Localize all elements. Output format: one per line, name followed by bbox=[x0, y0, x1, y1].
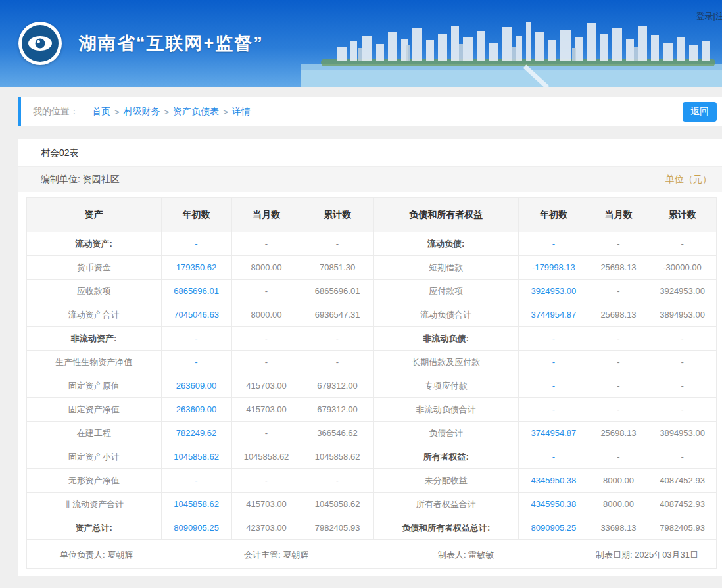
asset-month-cell: 8000.00 bbox=[231, 303, 301, 327]
register-link[interactable]: 注册 bbox=[715, 11, 722, 21]
liability-initial-cell[interactable]: 3924953.00 bbox=[518, 280, 589, 303]
liability-initial-cell[interactable]: - bbox=[518, 327, 589, 351]
liability-cumulative-cell: - bbox=[648, 351, 717, 374]
back-button[interactable]: 返回 bbox=[683, 102, 717, 122]
col-header-month: 当月数 bbox=[231, 198, 301, 232]
asset-cumulative-cell: 70851.30 bbox=[301, 256, 373, 280]
liability-initial-cell[interactable]: 4345950.38 bbox=[518, 493, 589, 516]
asset-name-cell: 流动资产合计 bbox=[27, 303, 162, 327]
breadcrumb: 我的位置： 首页 > 村级财务 > 资产负债表 > 详情 返回 bbox=[18, 97, 722, 126]
liability-month-cell: - bbox=[589, 374, 648, 398]
liability-initial-cell[interactable]: 4345950.38 bbox=[518, 469, 589, 493]
breadcrumb-home[interactable]: 首页 bbox=[92, 106, 110, 118]
asset-initial-cell[interactable]: 1045858.62 bbox=[161, 445, 231, 469]
liability-name-cell: 负债合计 bbox=[373, 422, 518, 445]
table-row: 流动资产:---流动负债:--- bbox=[27, 232, 717, 256]
asset-cumulative-cell: 679312.00 bbox=[301, 374, 373, 398]
auth-links: 登录|注册 bbox=[696, 11, 722, 22]
asset-initial-cell[interactable]: 782249.62 bbox=[161, 422, 231, 445]
asset-initial-cell[interactable]: 1045858.62 bbox=[161, 493, 231, 516]
asset-initial-cell[interactable]: 6865696.01 bbox=[161, 280, 231, 303]
asset-name-cell: 流动资产: bbox=[27, 232, 162, 256]
liability-month-cell: 8000.00 bbox=[589, 469, 648, 493]
table-row: 固定资产小计1045858.621045858.621045858.62所有者权… bbox=[27, 445, 717, 469]
asset-name-cell: 固定资产原值 bbox=[27, 374, 162, 398]
col-header-assets: 资产 bbox=[27, 198, 162, 232]
liability-name-cell: 短期借款 bbox=[373, 256, 518, 280]
login-link[interactable]: 登录 bbox=[696, 11, 713, 21]
asset-initial-cell[interactable]: - bbox=[161, 327, 231, 351]
city-skyline-image bbox=[301, 14, 722, 87]
asset-cumulative-cell: 1045858.62 bbox=[301, 493, 373, 516]
liability-cumulative-cell: - bbox=[648, 232, 717, 256]
prepared-by: 编制单位: 资园社区 bbox=[41, 174, 120, 185]
table-row: 货币资金179350.628000.0070851.30短期借款-179998.… bbox=[27, 256, 717, 280]
asset-cumulative-cell: - bbox=[301, 232, 373, 256]
liability-initial-cell[interactable]: - bbox=[518, 398, 589, 422]
liability-initial-cell[interactable]: 3744954.87 bbox=[518, 303, 589, 327]
liability-month-cell: - bbox=[589, 280, 648, 303]
asset-cumulative-cell: - bbox=[301, 469, 373, 493]
liability-month-cell: - bbox=[589, 351, 648, 374]
breadcrumb-detail[interactable]: 详情 bbox=[232, 106, 251, 118]
asset-name-cell: 固定资产小计 bbox=[27, 445, 162, 469]
liability-name-cell: 专项应付款 bbox=[373, 374, 518, 398]
asset-month-cell: 8000.00 bbox=[231, 256, 301, 280]
accounting-supervisor: 会计主管: 夏朝辉 bbox=[244, 549, 308, 561]
asset-initial-cell[interactable]: - bbox=[161, 232, 231, 256]
breadcrumb-village-finance[interactable]: 村级财务 bbox=[124, 106, 160, 118]
asset-initial-cell[interactable]: 8090905.25 bbox=[161, 516, 231, 540]
liability-name-cell: 所有者权益: bbox=[373, 445, 518, 469]
liability-cumulative-cell: 3894953.00 bbox=[648, 422, 717, 445]
asset-month-cell: - bbox=[231, 351, 301, 374]
liability-initial-cell[interactable]: - bbox=[518, 351, 589, 374]
table-row: 流动资产合计7045046.638000.006936547.31流动负债合计3… bbox=[27, 303, 717, 327]
liability-month-cell: - bbox=[589, 327, 648, 351]
table-row: 在建工程782249.62-366546.62负债合计3744954.87256… bbox=[27, 422, 717, 445]
balance-table-body: 流动资产:---流动负债:---货币资金179350.628000.007085… bbox=[27, 232, 717, 540]
liability-initial-cell[interactable]: -179998.13 bbox=[518, 256, 589, 280]
liability-initial-cell[interactable]: - bbox=[518, 445, 589, 469]
table-row: 固定资产原值263609.00415703.00679312.00专项应付款--… bbox=[27, 374, 717, 398]
liability-cumulative-cell: -30000.00 bbox=[648, 256, 717, 280]
breadcrumb-separator: > bbox=[114, 107, 120, 117]
col-header-liabilities: 负债和所有者权益 bbox=[373, 198, 518, 232]
signature-row: 单位负责人: 夏朝辉 会计主管: 夏朝辉 制表人: 雷敏敏 制表日期: 2025… bbox=[26, 540, 717, 569]
asset-month-cell: 423703.00 bbox=[231, 516, 301, 540]
liability-cumulative-cell: - bbox=[648, 398, 717, 422]
liability-name-cell: 流动负债合计 bbox=[373, 303, 518, 327]
asset-month-cell: - bbox=[231, 469, 301, 493]
asset-month-cell: 415703.00 bbox=[231, 398, 301, 422]
liability-cumulative-cell: 4087452.93 bbox=[648, 469, 717, 493]
liability-initial-cell[interactable]: - bbox=[518, 374, 589, 398]
asset-initial-cell[interactable]: 263609.00 bbox=[161, 398, 231, 422]
site-title: 湖南省“互联网+监督” bbox=[79, 32, 264, 55]
liability-month-cell: - bbox=[589, 232, 648, 256]
asset-name-cell: 非流动资产合计 bbox=[27, 493, 162, 516]
liability-name-cell: 非流动负债: bbox=[373, 327, 518, 351]
asset-cumulative-cell: 366546.62 bbox=[301, 422, 373, 445]
asset-month-cell: - bbox=[231, 422, 301, 445]
asset-name-cell: 应收款项 bbox=[27, 280, 162, 303]
report-card: 村会02表 编制单位: 资园社区 单位（元） 资产 年初数 当月数 累计数 负债… bbox=[18, 139, 722, 576]
asset-initial-cell[interactable]: 263609.00 bbox=[161, 374, 231, 398]
table-row: 无形资产净值---未分配收益4345950.388000.004087452.9… bbox=[27, 469, 717, 493]
asset-initial-cell[interactable]: 7045046.63 bbox=[161, 303, 231, 327]
asset-initial-cell[interactable]: - bbox=[161, 469, 231, 493]
liability-initial-cell[interactable]: 8090905.25 bbox=[518, 516, 589, 540]
col-header-month: 当月数 bbox=[589, 198, 648, 232]
liability-cumulative-cell: - bbox=[648, 445, 717, 469]
asset-month-cell: - bbox=[231, 280, 301, 303]
asset-initial-cell[interactable]: 179350.62 bbox=[161, 256, 231, 280]
asset-month-cell: - bbox=[231, 232, 301, 256]
liability-initial-cell[interactable]: 3744954.87 bbox=[518, 422, 589, 445]
unit-label: 单位（元） bbox=[665, 174, 711, 185]
asset-month-cell: 415703.00 bbox=[231, 374, 301, 398]
asset-name-cell: 非流动资产: bbox=[27, 327, 162, 351]
breadcrumb-balance-sheet[interactable]: 资产负债表 bbox=[173, 106, 219, 118]
liability-initial-cell[interactable]: - bbox=[518, 232, 589, 256]
table-row: 固定资产净值263609.00415703.00679312.00非流动负债合计… bbox=[27, 398, 717, 422]
asset-initial-cell[interactable]: - bbox=[161, 351, 231, 374]
breadcrumb-separator: > bbox=[164, 107, 170, 117]
table-row: 非流动资产合计1045858.62415703.001045858.62所有者权… bbox=[27, 493, 717, 516]
